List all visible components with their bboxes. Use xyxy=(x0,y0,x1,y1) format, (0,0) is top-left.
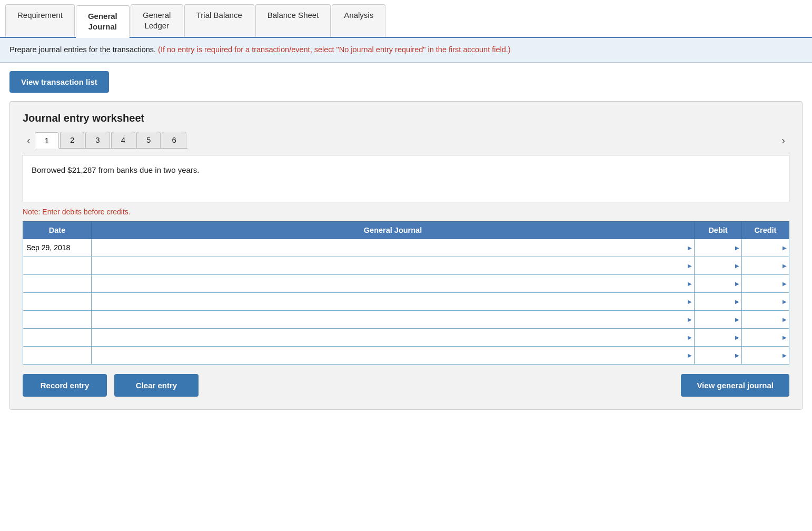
col-header-general-journal: General Journal xyxy=(92,221,695,239)
col-header-date: Date xyxy=(23,221,92,239)
credit-cell-7[interactable] xyxy=(742,346,789,364)
credit-cell-1[interactable] xyxy=(742,239,789,257)
journal-cell-4[interactable] xyxy=(92,292,695,310)
journal-cell-6[interactable] xyxy=(92,328,695,346)
credit-cell-6[interactable] xyxy=(742,328,789,346)
worksheet-panel: Journal entry worksheet ‹ 1 2 3 4 5 6 › … xyxy=(9,101,803,410)
debit-cell-6[interactable] xyxy=(695,328,742,346)
credit-input-5[interactable] xyxy=(742,311,789,328)
table-row xyxy=(23,274,789,292)
info-bar: Prepare journal entries for the transact… xyxy=(0,38,812,63)
worksheet-title: Journal entry worksheet xyxy=(23,112,789,124)
credit-input-2[interactable] xyxy=(742,257,789,274)
journal-cell-3[interactable] xyxy=(92,274,695,292)
debit-input-3[interactable] xyxy=(695,275,741,292)
debit-cell-5[interactable] xyxy=(695,310,742,328)
journal-input-6[interactable] xyxy=(92,329,694,346)
credit-input-3[interactable] xyxy=(742,275,789,292)
journal-cell-5[interactable] xyxy=(92,310,695,328)
bottom-buttons: Record entry Clear entry View general jo… xyxy=(23,374,789,397)
tab-trial-balance[interactable]: Trial Balance xyxy=(184,4,254,37)
tab-balance-sheet[interactable]: Balance Sheet xyxy=(255,4,331,37)
info-red-text: (If no entry is required for a transacti… xyxy=(158,45,511,54)
table-row xyxy=(23,328,789,346)
credit-input-7[interactable] xyxy=(742,347,789,364)
clear-entry-button[interactable]: Clear entry xyxy=(114,374,199,397)
debit-input-6[interactable] xyxy=(695,329,741,346)
debit-cell-2[interactable] xyxy=(695,257,742,274)
credit-cell-2[interactable] xyxy=(742,257,789,274)
credit-input-1[interactable] xyxy=(742,239,789,257)
view-transaction-list-button[interactable]: View transaction list xyxy=(9,71,109,93)
journal-input-1[interactable] xyxy=(92,239,694,257)
entry-tab-6[interactable]: 6 xyxy=(162,132,186,148)
credit-cell-3[interactable] xyxy=(742,274,789,292)
view-general-journal-button[interactable]: View general journal xyxy=(681,374,789,397)
tab-general-ledger[interactable]: GeneralLedger xyxy=(131,4,183,37)
entry-tab-1[interactable]: 1 xyxy=(35,132,59,149)
journal-cell-2[interactable] xyxy=(92,257,695,274)
journal-input-2[interactable] xyxy=(92,257,694,274)
tab-requirement[interactable]: Requirement xyxy=(5,4,75,37)
debit-credit-note: Note: Enter debits before credits. xyxy=(23,208,789,216)
tab-general-journal[interactable]: GeneralJournal xyxy=(76,5,130,38)
entry-tabs-row: ‹ 1 2 3 4 5 6 › xyxy=(23,132,789,149)
debit-cell-7[interactable] xyxy=(695,346,742,364)
debit-cell-3[interactable] xyxy=(695,274,742,292)
debit-cell-1[interactable] xyxy=(695,239,742,257)
col-header-credit: Credit xyxy=(742,221,789,239)
date-cell-1[interactable] xyxy=(23,239,92,257)
table-row xyxy=(23,292,789,310)
date-input-1[interactable] xyxy=(23,239,91,257)
entry-tab-5[interactable]: 5 xyxy=(136,132,161,148)
date-input-7[interactable] xyxy=(23,347,91,364)
info-static-text: Prepare journal entries for the transact… xyxy=(9,45,158,54)
next-entry-arrow[interactable]: › xyxy=(777,132,789,149)
record-entry-button[interactable]: Record entry xyxy=(23,374,107,397)
table-row xyxy=(23,239,789,257)
date-cell-4[interactable] xyxy=(23,292,92,310)
prev-entry-arrow[interactable]: ‹ xyxy=(23,132,35,149)
journal-input-7[interactable] xyxy=(92,347,694,364)
date-input-2[interactable] xyxy=(23,257,91,274)
col-header-debit: Debit xyxy=(695,221,742,239)
table-row xyxy=(23,310,789,328)
entry-tab-3[interactable]: 3 xyxy=(85,132,110,148)
date-input-4[interactable] xyxy=(23,293,91,310)
credit-input-6[interactable] xyxy=(742,329,789,346)
entry-tab-2[interactable]: 2 xyxy=(60,132,84,148)
debit-input-2[interactable] xyxy=(695,257,741,274)
date-cell-2[interactable] xyxy=(23,257,92,274)
debit-cell-4[interactable] xyxy=(695,292,742,310)
table-row xyxy=(23,346,789,364)
top-tabs-bar: Requirement GeneralJournal GeneralLedger… xyxy=(0,4,812,38)
journal-cell-7[interactable] xyxy=(92,346,695,364)
entry-tabs: 1 2 3 4 5 6 xyxy=(35,132,187,149)
date-input-6[interactable] xyxy=(23,329,91,346)
entry-tab-4[interactable]: 4 xyxy=(111,132,135,148)
credit-cell-5[interactable] xyxy=(742,310,789,328)
tab-analysis[interactable]: Analysis xyxy=(332,4,385,37)
date-cell-5[interactable] xyxy=(23,310,92,328)
action-bar: View transaction list xyxy=(0,63,812,101)
credit-input-4[interactable] xyxy=(742,293,789,310)
journal-input-3[interactable] xyxy=(92,275,694,292)
journal-cell-1[interactable] xyxy=(92,239,695,257)
journal-input-5[interactable] xyxy=(92,311,694,328)
table-row xyxy=(23,257,789,274)
journal-table: Date General Journal Debit Credit xyxy=(23,221,789,365)
journal-input-4[interactable] xyxy=(92,293,694,310)
date-cell-6[interactable] xyxy=(23,328,92,346)
transaction-description: Borrowed $21,287 from banks due in two y… xyxy=(23,155,789,202)
date-input-5[interactable] xyxy=(23,311,91,328)
date-cell-7[interactable] xyxy=(23,346,92,364)
date-input-3[interactable] xyxy=(23,275,91,292)
debit-input-1[interactable] xyxy=(695,239,741,257)
debit-input-7[interactable] xyxy=(695,347,741,364)
credit-cell-4[interactable] xyxy=(742,292,789,310)
debit-input-4[interactable] xyxy=(695,293,741,310)
date-cell-3[interactable] xyxy=(23,274,92,292)
debit-input-5[interactable] xyxy=(695,311,741,328)
